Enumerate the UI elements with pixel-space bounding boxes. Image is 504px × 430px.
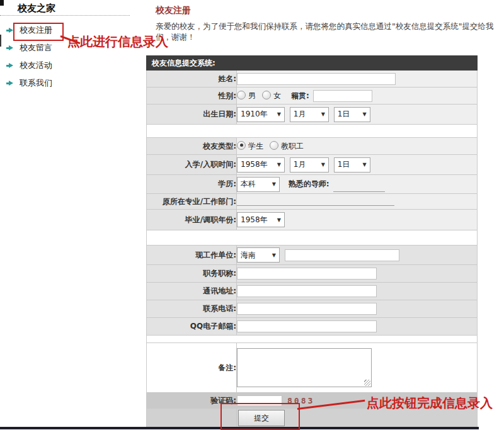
arrow-right-icon [6, 81, 13, 86]
birth-month-value: 1月 [294, 109, 306, 120]
birth-year-select[interactable]: 1910年▼ [237, 107, 285, 122]
birth-year-value: 1910年 [241, 109, 268, 120]
address-label: 通讯地址: [147, 283, 237, 300]
degree-value: 本科 [241, 179, 256, 190]
department-label: 原所在专业/工作部门: [147, 194, 237, 210]
enroll-year-value: 1958年 [241, 159, 268, 170]
hometown-label: 籍贯: [291, 91, 309, 100]
birth-day-select[interactable]: 1日▼ [334, 107, 370, 122]
remark-textarea[interactable] [237, 348, 372, 387]
enroll-month-select[interactable]: 1月▼ [290, 157, 329, 173]
email-input[interactable] [237, 320, 377, 332]
arrow-right-icon [6, 28, 13, 33]
name-label: 姓名: [147, 71, 237, 88]
gender-male-label: 男 [248, 91, 256, 100]
type-student-label: 学生 [248, 142, 263, 150]
dropdown-arrow-icon: ▼ [277, 111, 281, 117]
gender-male-radio[interactable] [237, 91, 246, 99]
company-label: 现工作单位: [147, 246, 237, 265]
sidebar-item-label: 联系我们 [20, 77, 52, 89]
hometown-input[interactable] [313, 90, 372, 102]
enroll-year-select[interactable]: 1958年▼ [237, 157, 285, 173]
form-header: 校友信息提交系统: [147, 56, 478, 71]
screenshot-corner-artifact [0, 0, 4, 6]
sidebar-item-activities[interactable]: 校友活动 [4, 57, 130, 74]
degree-label: 学历: [147, 175, 237, 194]
sidebar-item-label: 校友活动 [20, 60, 52, 71]
company-region-select[interactable]: 海南▼ [237, 247, 280, 263]
dropdown-arrow-icon: ▼ [272, 181, 276, 187]
name-input[interactable] [237, 73, 396, 85]
jobtitle-label: 职务职称: [147, 265, 237, 283]
email-label: QQ电子邮箱: [147, 318, 237, 336]
submit-highlight-box [220, 403, 300, 430]
intro-text: 亲爱的校友，为了便于您和我们保持联系，请您将您的真实信息通过"校友信息提交系统"… [156, 21, 499, 42]
type-staff-radio[interactable] [270, 141, 278, 150]
mentor-label: 熟悉的导师: [289, 179, 329, 188]
sidebar-divider [0, 15, 130, 16]
dropdown-arrow-icon: ▼ [363, 162, 367, 167]
register-annotation-text: 点此进行信息录入 [67, 33, 168, 50]
enroll-day-select[interactable]: 1日▼ [334, 157, 370, 173]
degree-select[interactable]: 本科▼ [237, 177, 280, 192]
type-student-radio[interactable] [237, 141, 246, 150]
alumni-form: 校友信息提交系统: 姓名: 性别: 男女籍贯: 出生日期: 1910年▼ 1月▼… [146, 55, 478, 428]
department-input[interactable] [237, 197, 394, 206]
resize-handle-icon[interactable] [364, 380, 370, 386]
arrow-right-icon [6, 63, 13, 69]
graduation-year-select[interactable]: 1958年▼ [237, 212, 285, 227]
birth-date-label: 出生日期: [147, 105, 237, 125]
enroll-month-value: 1月 [294, 159, 306, 170]
alumni-type-label: 校友类型: [147, 138, 237, 155]
mentor-input[interactable] [333, 183, 385, 192]
sidebar-title: 校友之家 [18, 3, 55, 14]
jobtitle-input[interactable] [237, 268, 377, 280]
sidebar-item-label: 校友留言 [20, 42, 52, 54]
submit-annotation-text: 点此按钮完成信息录入 [367, 395, 493, 412]
birth-month-select[interactable]: 1月▼ [290, 107, 329, 122]
register-highlight-box [13, 23, 64, 41]
graduation-year-value: 1958年 [241, 215, 268, 225]
enroll-day-value: 1日 [338, 159, 350, 170]
phone-input[interactable] [237, 303, 377, 315]
dropdown-arrow-icon: ▼ [277, 217, 281, 223]
spacer-row [147, 336, 478, 343]
sidebar-item-contact[interactable]: 联系我们 [4, 74, 130, 92]
type-staff-label: 教职工 [281, 142, 304, 150]
birth-day-value: 1日 [338, 109, 350, 120]
spacer-row [147, 125, 478, 138]
arrow-right-icon [6, 45, 13, 51]
company-input[interactable] [285, 249, 399, 261]
graduation-year-label: 毕业/调职年份: [147, 210, 237, 230]
gender-female-label: 女 [273, 91, 281, 100]
company-region-value: 海南 [241, 250, 256, 261]
enroll-date-label: 入学/入职时间: [147, 155, 237, 175]
dropdown-arrow-icon: ▼ [272, 252, 276, 258]
screenshot-edge-artifact [0, 35, 1, 47]
dropdown-arrow-icon: ▼ [321, 162, 325, 167]
page-title: 校友注册 [156, 5, 191, 16]
dropdown-arrow-icon: ▼ [321, 111, 325, 117]
gender-label: 性别: [147, 88, 237, 105]
spacer-row [147, 230, 478, 246]
remark-label: 备注: [147, 343, 237, 393]
dropdown-arrow-icon: ▼ [363, 111, 367, 117]
address-input[interactable] [237, 285, 377, 297]
phone-label: 联系电话: [147, 300, 237, 318]
gender-female-radio[interactable] [262, 91, 271, 99]
dropdown-arrow-icon: ▼ [277, 162, 281, 167]
